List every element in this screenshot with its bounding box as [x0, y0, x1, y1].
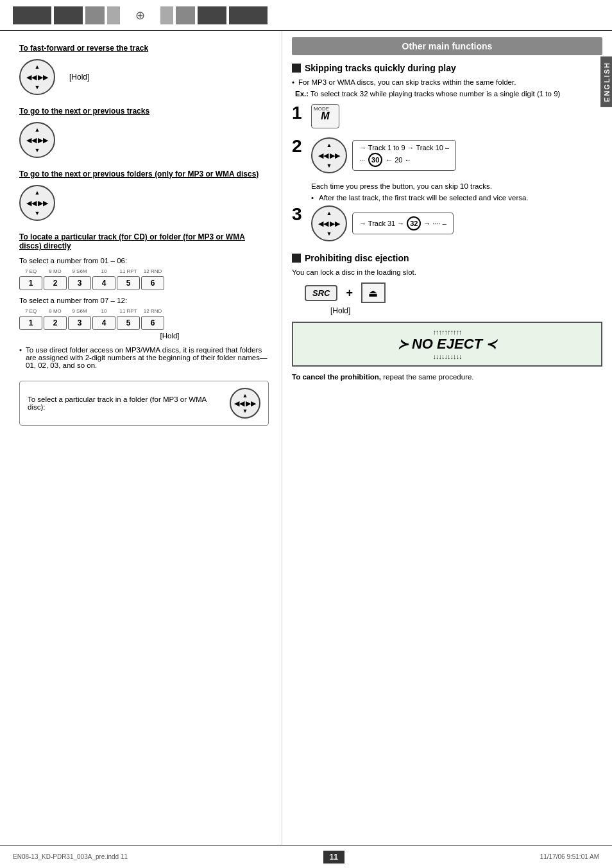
arrow-up-3-icon: ▲ — [35, 189, 40, 196]
cancel-text: To cancel the prohibition, repeat the sa… — [292, 373, 602, 381]
other-functions-header: Other main functions — [292, 37, 602, 55]
arrow-up-icon: ▲ — [35, 64, 40, 70]
src-label: SRC — [312, 288, 330, 298]
key-6[interactable]: 6 — [141, 276, 164, 290]
section-folders: To go to the next or previous folders (o… — [19, 169, 269, 221]
skipping-header: Skipping tracks quickly during play — [292, 63, 602, 73]
key-label-4: 10 — [92, 268, 115, 274]
no-eject-text: ≻ NO EJECT ≺ — [303, 336, 591, 352]
step-3-number: 3 — [292, 205, 305, 223]
top-bar-block-4 — [107, 6, 120, 24]
heading-next-prev: To go to the next or previous tracks — [19, 107, 269, 116]
cancel-bold: To cancel the prohibition, — [292, 373, 381, 381]
section-eject: Prohibiting disc ejection You can lock a… — [292, 253, 602, 381]
track-line-1: → Track 1 to 9 → Track 10 – — [359, 144, 449, 152]
left-column: To fast-forward or reverse the track ▲ ▼… — [0, 31, 282, 845]
arrow-right-icon: ▶▶ — [38, 73, 48, 82]
inner-arrows-2: ◀◀ ▶▶ — [26, 136, 48, 144]
arrow-down-2-icon: ▼ — [35, 147, 40, 153]
ex-description: To select track 32 while playing tracks … — [310, 90, 560, 98]
section-locate: To locate a particular track (for CD) or… — [19, 232, 269, 369]
track-31-label: → Track 31 → — [359, 220, 404, 227]
nav-circle-step2: ▲ ▼ ◀◀ ▶▶ — [311, 137, 347, 173]
select-01-06-text: To select a number from 01 – 06: — [19, 257, 269, 265]
arrow-left-icon: ◀◀ — [26, 73, 37, 82]
right-column: ENGLISH Other main functions Skipping tr… — [282, 31, 612, 845]
track-diagram-step3: → Track 31 → 32 → ···· – — [352, 213, 454, 234]
section-next-prev: To go to the next or previous tracks ▲ ▼… — [19, 107, 269, 158]
section-fast-forward: To fast-forward or reverse the track ▲ ▼… — [19, 44, 269, 95]
ex-text: Ex.: To select track 32 while playing tr… — [292, 90, 602, 98]
key-label-10: 10 — [92, 308, 115, 314]
nav-circle-step3: ▲ ▼ ◀◀ ▶▶ — [311, 205, 347, 241]
key-5[interactable]: 5 — [117, 276, 140, 290]
mode-button[interactable]: MODE M — [311, 104, 339, 128]
mode-m-label: M — [321, 110, 329, 122]
key-label-1: 7 EQ — [19, 268, 42, 274]
arrow-down-s3-icon: ▼ — [327, 230, 332, 237]
nav-circle-info: ▲ ▼ ◀◀ ▶▶ — [230, 388, 260, 419]
arrow-down-3-icon: ▼ — [35, 210, 40, 216]
key-3b[interactable]: 3 — [68, 316, 91, 330]
step-1-content: MODE M — [311, 104, 602, 128]
step-1-row: 1 MODE M — [292, 104, 602, 128]
arrow-down-s2-icon: ▼ — [327, 162, 332, 169]
no-eject-arrows-top: ↑↑↑↑↑↑↑↑↑↑ — [303, 328, 591, 336]
key-2[interactable]: 2 — [44, 276, 67, 290]
bottom-bar: EN08-13_KD-PDR31_003A_pre.indd 11 11 11/… — [0, 845, 612, 868]
eject-button[interactable]: ⏏ — [361, 282, 386, 303]
black-square-2-icon — [292, 254, 301, 263]
top-bar-block-5 — [160, 6, 173, 24]
num-keys-row-2: 1 2 3 4 5 6 — [19, 316, 269, 330]
info-box-text: To select a particular track in a folder… — [28, 395, 220, 411]
heading-fast-forward: To fast-forward or reverse the track — [19, 44, 269, 53]
inner-arrows-3: ◀◀ ▶▶ — [26, 199, 48, 207]
top-bar-left — [13, 6, 120, 24]
key-1[interactable]: 1 — [19, 276, 42, 290]
footer-left: EN08-13_KD-PDR31_003A_pre.indd 11 — [13, 853, 128, 860]
black-square-icon — [292, 64, 301, 73]
inner-arrows-s2: ◀◀ ▶▶ — [318, 152, 340, 160]
eject-intro: You can lock a disc in the loading slot. — [292, 268, 602, 276]
step-2-desc-1: Each time you press the button, you can … — [311, 182, 602, 190]
no-eject-arrows-bottom: ↓↓↓↓↓↓↓↓↓↓ — [303, 352, 591, 360]
inner-arrows-s3: ◀◀ ▶▶ — [318, 220, 340, 228]
top-bar-block-2 — [54, 6, 83, 24]
arrow-right-info-icon: ▶▶ — [246, 399, 256, 408]
key-3[interactable]: 3 — [68, 276, 91, 290]
key-1b[interactable]: 1 — [19, 316, 42, 330]
inner-arrows-info: ◀◀ ▶▶ — [234, 399, 256, 408]
top-bar-right — [160, 6, 268, 24]
hold-label-eject: [Hold] — [330, 306, 602, 315]
heading-folders: To go to the next or previous folders (o… — [19, 169, 269, 178]
no-eject-right-arrow-icon: ≺ — [486, 336, 497, 352]
arrow-down-info-icon: ▼ — [242, 408, 248, 414]
track-arrow-1: → Track 1 to 9 → Track 10 – — [359, 144, 449, 152]
step-3-row: 3 ▲ ▼ ◀◀ ▶▶ → Track 31 → — [292, 205, 602, 241]
track-line-3: → Track 31 → 32 → ···· – — [359, 216, 446, 230]
skipping-bullet: For MP3 or WMA discs, you can skip track… — [292, 78, 602, 86]
mode-label: MODE — [314, 106, 329, 112]
key-4b[interactable]: 4 — [92, 316, 115, 330]
key-label-7: 7 EQ — [19, 308, 42, 314]
key-5b[interactable]: 5 — [117, 316, 140, 330]
section-skipping: Skipping tracks quickly during play For … — [292, 63, 602, 241]
no-eject-box: ↑↑↑↑↑↑↑↑↑↑ ≻ NO EJECT ≺ ↓↓↓↓↓↓↓↓↓↓ — [292, 322, 602, 367]
ex-label: Ex.: — [295, 90, 309, 98]
hold-label-ff: [Hold] — [69, 73, 89, 82]
key-label-8: 8 MO — [44, 308, 67, 314]
top-bar-block-1 — [13, 6, 51, 24]
arrow-up-2-icon: ▲ — [35, 126, 40, 133]
key-4[interactable]: 4 — [92, 276, 115, 290]
nav-circle-np: ▲ ▼ ◀◀ ▶▶ — [19, 122, 55, 158]
top-bar-block-3 — [85, 6, 105, 24]
key-2b[interactable]: 2 — [44, 316, 67, 330]
cancel-rest: repeat the same procedure. — [383, 373, 473, 381]
top-bar-block-7 — [198, 6, 226, 24]
key-label-9: 9 S6M — [68, 308, 91, 314]
content-area: To fast-forward or reverse the track ▲ ▼… — [0, 31, 612, 845]
src-button[interactable]: SRC — [305, 285, 337, 301]
step-2-desc-2: After the last track, the first track wi… — [311, 194, 602, 202]
top-bar-block-6 — [176, 6, 195, 24]
key-6b[interactable]: 6 — [141, 316, 164, 330]
